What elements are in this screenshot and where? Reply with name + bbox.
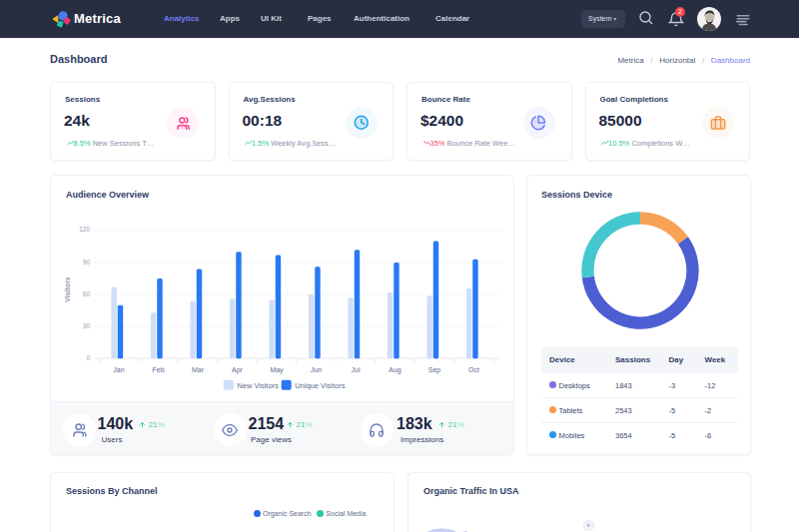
svg-text:Unique Visitors: Unique Visitors xyxy=(295,381,346,390)
svg-text:Sep: Sep xyxy=(428,366,441,374)
svg-text:0: 0 xyxy=(86,354,90,361)
svg-text:New Visitors: New Visitors xyxy=(237,381,279,390)
svg-text:120: 120 xyxy=(79,226,90,233)
svg-text:Jul: Jul xyxy=(352,366,361,373)
svg-text:Apr: Apr xyxy=(232,366,244,374)
svg-text:Visitors: Visitors xyxy=(64,276,71,302)
svg-text:May: May xyxy=(270,366,284,374)
svg-text:Aug: Aug xyxy=(389,366,401,374)
svg-text:90: 90 xyxy=(83,259,91,266)
svg-text:Oct: Oct xyxy=(468,366,479,373)
svg-text:60: 60 xyxy=(83,290,91,297)
svg-text:Mar: Mar xyxy=(192,366,205,373)
svg-text:Jan: Jan xyxy=(113,366,124,373)
svg-text:30: 30 xyxy=(83,322,91,329)
svg-text:Feb: Feb xyxy=(152,366,164,373)
svg-text:Jun: Jun xyxy=(311,366,322,373)
